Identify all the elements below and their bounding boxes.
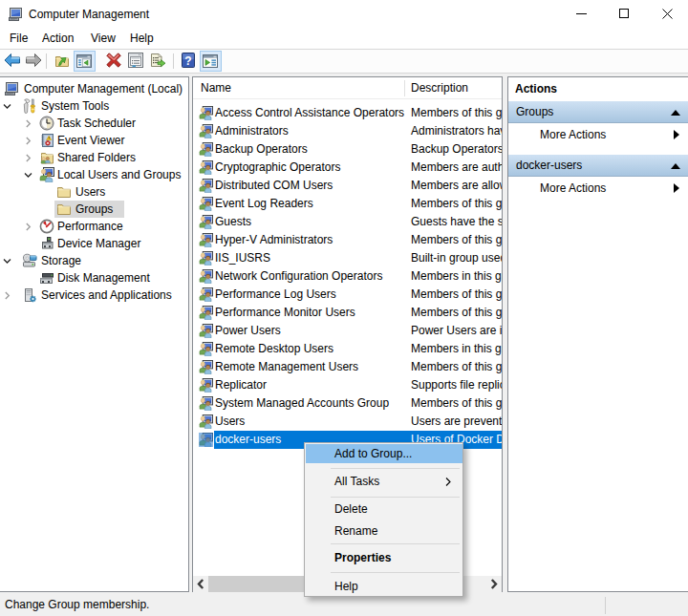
svg-text:?: ? xyxy=(184,54,191,68)
